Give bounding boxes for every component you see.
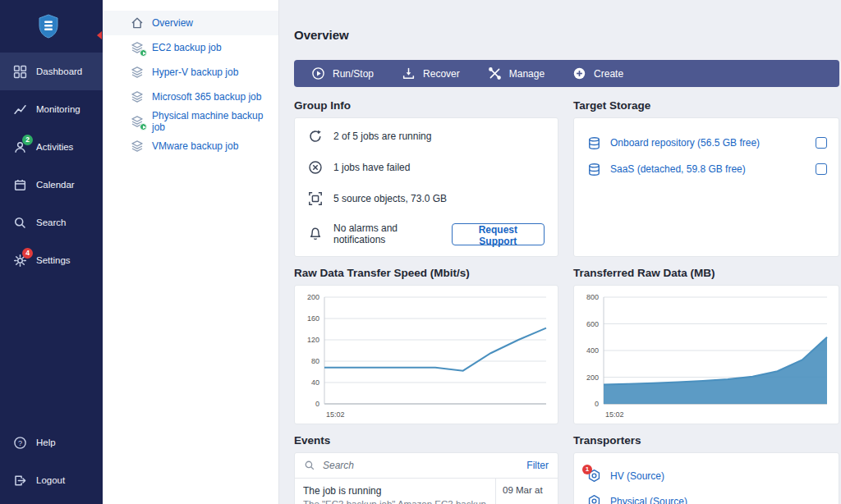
help-icon <box>12 435 27 450</box>
sidebar-item-label: Help <box>36 438 56 447</box>
svg-text:400: 400 <box>586 346 599 355</box>
events-search-bar: Filter <box>295 453 558 479</box>
transporter-link[interactable]: Physical (Source) <box>610 496 687 504</box>
search-icon <box>12 215 27 230</box>
transferred-chart: 020040060080015:02 <box>574 286 839 424</box>
sidebar-item-help[interactable]: Help <box>0 424 103 461</box>
job-item-microsoft365[interactable]: Microsoft 365 backup job <box>103 85 278 109</box>
job-item-physical[interactable]: Physical machine backup job <box>103 109 278 134</box>
collapse-sidebar-icon[interactable] <box>97 31 102 39</box>
svg-text:200: 200 <box>586 373 599 382</box>
error-circle-icon <box>308 160 323 175</box>
job-item-label: VMware backup job <box>152 140 238 152</box>
running-status-icon <box>140 123 147 131</box>
main-content: Overview Run/Stop Recover Manage Create <box>279 0 841 504</box>
sidebar-item-label: Logout <box>36 475 65 485</box>
storage-checkbox[interactable] <box>816 137 827 149</box>
backup-job-icon <box>131 41 144 54</box>
sidebar-item-activities[interactable]: 2 Activities <box>0 128 103 166</box>
sidebar-item-search[interactable]: Search <box>0 204 103 241</box>
source-objects-status: 5 source objects, 73.0 GB <box>308 191 545 206</box>
sidebar-item-label: Settings <box>36 255 71 265</box>
toolbar-button-label: Manage <box>509 68 545 80</box>
svg-text:200: 200 <box>307 293 319 301</box>
app-logo <box>0 0 103 53</box>
job-item-label: Physical machine backup job <box>152 110 278 133</box>
sidebar-item-calendar[interactable]: Calendar <box>0 166 103 204</box>
toolbar-button-label: Recover <box>423 68 460 80</box>
transporters-panel: 1 HV (Source) Physical (Source) <box>573 452 839 504</box>
job-list: Overview EC2 backup job Hyper-V backup j… <box>103 0 279 504</box>
backup-job-icon <box>131 140 144 153</box>
job-item-ec2[interactable]: EC2 backup job <box>103 35 278 60</box>
status-text: No alarms and notifications <box>333 222 441 245</box>
calendar-icon <box>12 177 27 192</box>
transporters-title: Transporters <box>573 434 839 452</box>
sidebar-item-monitoring[interactable]: Monitoring <box>0 90 103 128</box>
events-panel: Filter The job is running The "EC2 backu… <box>294 452 558 504</box>
events-search-input[interactable] <box>323 460 519 471</box>
sidebar-item-logout[interactable]: Logout <box>0 461 103 499</box>
sidebar-item-label: Monitoring <box>36 104 80 114</box>
backup-job-icon <box>131 90 144 103</box>
sidebar-item-label: Search <box>36 218 66 227</box>
plus-circle-icon <box>572 66 586 80</box>
sidebar-item-label: Calendar <box>36 180 75 190</box>
event-date: 09 Mar at <box>495 479 558 504</box>
sidebar-item-label: Activities <box>36 142 73 152</box>
job-item-hyperv[interactable]: Hyper-V backup job <box>103 60 278 85</box>
transporter-alert-badge: 1 <box>582 465 592 474</box>
app-window: Dashboard Monitoring 2 Activities Calend… <box>0 0 841 504</box>
play-circle-icon <box>311 66 325 80</box>
job-item-label: EC2 backup job <box>152 42 222 53</box>
events-title: Events <box>294 434 558 452</box>
storage-link[interactable]: SaaS (detached, 59.8 GB free) <box>610 163 746 175</box>
events-filter-link[interactable]: Filter <box>526 460 549 471</box>
backup-job-icon <box>131 66 144 79</box>
svg-text:0: 0 <box>315 400 319 408</box>
storage-row-saas: SaaS (detached, 59.8 GB free) <box>587 156 827 182</box>
svg-text:600: 600 <box>586 320 599 328</box>
backup-job-icon <box>131 115 144 128</box>
job-item-vmware[interactable]: VMware backup job <box>103 134 278 158</box>
job-item-label: Hyper-V backup job <box>152 66 238 78</box>
toolbar-button-label: Run/Stop <box>333 68 374 80</box>
transporter-row-physical: Physical (Source) <box>587 488 825 504</box>
chart-line-icon <box>12 102 27 117</box>
sidebar-item-label: Dashboard <box>36 66 82 76</box>
manage-button[interactable]: Manage <box>474 60 558 87</box>
create-button[interactable]: Create <box>558 60 637 87</box>
svg-text:15:02: 15:02 <box>605 410 624 419</box>
settings-alert-badge: 4 <box>22 248 33 259</box>
transporter-icon: 1 <box>587 469 601 483</box>
storage-checkbox[interactable] <box>816 163 827 175</box>
event-detail: The "EC2 backup job" Amazon EC2 backup j… <box>303 499 487 504</box>
group-info-panel: 2 of 5 jobs are running 1 jobs have fail… <box>294 117 558 257</box>
job-item-overview[interactable]: Overview <box>103 11 278 35</box>
activities-count-badge: 2 <box>22 135 33 145</box>
svg-text:160: 160 <box>307 314 319 323</box>
jobs-running-status: 2 of 5 jobs are running <box>308 129 545 144</box>
event-row[interactable]: The job is running The "EC2 backup job" … <box>295 479 558 504</box>
transporter-link[interactable]: HV (Source) <box>610 470 664 482</box>
transferred-chart-title: Transferred Raw Data (MB) <box>573 267 839 285</box>
source-objects-icon <box>308 191 323 206</box>
recover-button[interactable]: Recover <box>388 60 474 87</box>
page-title: Overview <box>294 28 839 42</box>
bell-icon <box>308 227 323 241</box>
search-icon <box>304 460 315 471</box>
transporter-icon <box>587 494 601 504</box>
sidebar-item-dashboard[interactable]: Dashboard <box>0 53 103 90</box>
toolbar-button-label: Create <box>594 68 623 80</box>
sidebar-nav: Dashboard Monitoring 2 Activities Calend… <box>0 53 103 279</box>
run-stop-button[interactable]: Run/Stop <box>297 60 388 87</box>
svg-text:40: 40 <box>311 378 319 387</box>
alarms-status: No alarms and notifications Request Supp… <box>308 222 545 245</box>
target-storage-title: Target Storage <box>573 99 839 117</box>
status-text: 5 source objects, 73.0 GB <box>333 193 447 204</box>
home-icon <box>131 16 144 30</box>
request-support-button[interactable]: Request Support <box>452 223 545 245</box>
storage-link[interactable]: Onboard repository (56.5 GB free) <box>610 137 760 149</box>
download-icon <box>402 66 416 80</box>
sidebar-item-settings[interactable]: 4 Settings <box>0 241 103 279</box>
